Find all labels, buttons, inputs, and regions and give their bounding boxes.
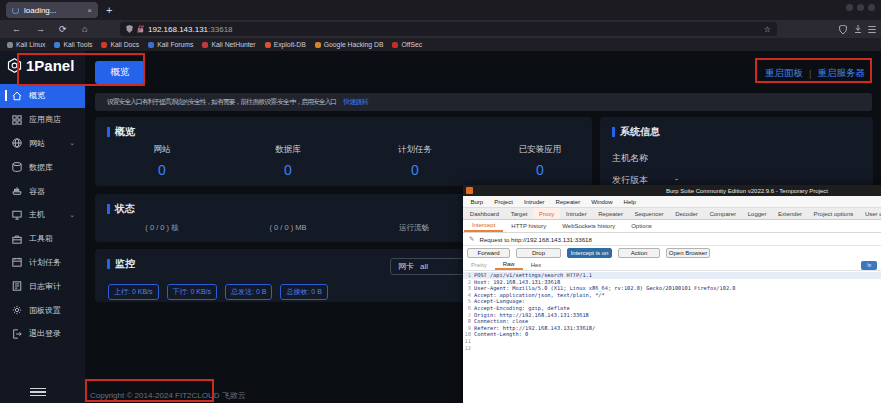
tab-proxy[interactable]: Proxy (533, 208, 560, 219)
tab-logger[interactable]: Logger (742, 208, 772, 219)
bookmark-kali-forums[interactable]: Kali Forums (148, 41, 193, 48)
home-icon[interactable]: ⌂ (82, 24, 87, 34)
forward-icon[interactable]: → (36, 24, 45, 34)
bookmark-star-icon[interactable]: ☆ (764, 25, 771, 34)
sidebar-item-overview[interactable]: 概览 (0, 84, 85, 108)
sidebar-item-appstore[interactable]: 应用商店 (0, 108, 85, 132)
new-tab-button[interactable]: + (106, 4, 112, 16)
window-controls[interactable] (846, 4, 875, 11)
view-hex[interactable]: Hex (523, 259, 550, 270)
open-browser-button[interactable]: Open Browser (666, 248, 710, 258)
shield-icon[interactable] (126, 25, 133, 33)
tab-comparer[interactable]: Comparer (704, 208, 742, 219)
lock-insecure-icon[interactable] (137, 25, 144, 33)
tag-download[interactable]: 下行: 0 KB/s (167, 284, 218, 300)
notice-link[interactable]: 快速跳转 (343, 97, 368, 107)
menu-intruder[interactable]: Intruder (518, 199, 550, 205)
bookmark-icon (315, 42, 321, 48)
bookmark-kali-nethunter[interactable]: Kali NetHunter (202, 41, 255, 48)
burp-action-buttons: Forward Drop Intercept is on Action Open… (463, 246, 881, 259)
tab-repeater[interactable]: Repeater (592, 208, 628, 219)
sidebar-item-database[interactable]: 数据库 (0, 155, 85, 179)
stat-value[interactable]: 0 (495, 162, 585, 178)
sidebar-item-host[interactable]: 主机 ⌄ (0, 203, 85, 227)
tab-dashboard[interactable]: Dashboard (464, 208, 505, 219)
tab-intruder[interactable]: Intruder (560, 208, 592, 219)
tag-upload[interactable]: 上行: 0 KB/s (108, 284, 159, 300)
chevron-down-icon: ⌄ (69, 139, 75, 147)
status-memory: ( 0 / 0 ) MB (233, 223, 343, 232)
sidebar-item-logout[interactable]: 退出登录 (0, 322, 85, 346)
menu-repeater[interactable]: Repeater (550, 199, 586, 205)
stat-value[interactable]: 0 (117, 162, 207, 178)
sidebar-item-settings[interactable]: 面板设置 (0, 298, 85, 322)
tab-loading-spinner-icon (12, 7, 19, 14)
sysinfo-release-value: - (675, 174, 678, 184)
menu-window[interactable]: Window (586, 199, 618, 205)
url-bar[interactable]: 192.168.143.131 :33618 ☆ (120, 22, 777, 36)
burp-title-bar[interactable]: Burp Suite Community Edition v2022.9.6 -… (463, 185, 881, 196)
nic-select[interactable]: 网卡 all (390, 258, 465, 275)
stat-database: 数据库0 (243, 117, 333, 178)
subtab-websockets-history[interactable]: WebSockets history (554, 220, 623, 232)
tab-target[interactable]: Target (505, 208, 533, 219)
menu-burp[interactable]: Burp (465, 199, 489, 205)
subtab-intercept[interactable]: Intercept (464, 220, 503, 232)
forward-button[interactable]: Forward (467, 248, 510, 258)
tab-close-icon[interactable]: × (87, 6, 92, 15)
chevron-down-icon: ⌄ (69, 211, 75, 219)
menu-help[interactable]: Help (618, 199, 641, 205)
download-icon[interactable] (854, 25, 862, 34)
show-nonprintable-toggle[interactable]: \n (861, 261, 877, 270)
bookmark-icon (54, 42, 60, 48)
burp-request-editor[interactable]: 1POST /api/v1/settings/search HTTP/1.1 2… (463, 271, 881, 351)
reload-icon[interactable]: ⟳ (59, 24, 67, 34)
drop-button[interactable]: Drop (516, 248, 561, 258)
subtab-options[interactable]: Options (623, 220, 660, 232)
sidebar-item-website[interactable]: 网站 ⌄ (0, 132, 85, 156)
bookmark-offsec[interactable]: OffSec (392, 41, 422, 48)
intercept-toggle-button[interactable]: Intercept is on (567, 248, 612, 258)
browser-tab[interactable]: loading... × (6, 2, 98, 18)
database-icon (12, 162, 22, 172)
stat-value[interactable]: 0 (370, 162, 460, 178)
status-cpu: ( 0 / 0 ) 核 (107, 223, 217, 233)
bookmarks-bar: Kali Linux Kali Tools Kali Docs Kali For… (0, 38, 881, 51)
container-icon (12, 186, 22, 196)
subtab-http-history[interactable]: HTTP history (503, 220, 554, 232)
sidebar: 1Panel 概览 应用商店 网站 ⌄ 数据库 容器 (0, 51, 85, 403)
sidebar-item-toolbox[interactable]: 工具箱 (0, 227, 85, 251)
account-shield-icon[interactable] (839, 25, 847, 34)
menu-project[interactable]: Project (489, 199, 519, 205)
menu-icon[interactable] (868, 25, 876, 34)
bookmark-kali-docs[interactable]: Kali Docs (101, 41, 139, 48)
back-icon[interactable]: ← (12, 24, 21, 34)
tab-extender[interactable]: Extender (772, 208, 808, 219)
view-raw[interactable]: Raw (495, 259, 523, 270)
overview-card: 概览 网站0 数据库0 计划任务0 已安装应用0 (95, 117, 592, 186)
sidebar-item-logs[interactable]: 日志审计 (0, 274, 85, 298)
view-pretty[interactable]: Pretty (463, 259, 495, 270)
tab-sequencer[interactable]: Sequencer (629, 208, 670, 219)
home-icon (12, 91, 22, 101)
tab-user-options[interactable]: User options (859, 208, 881, 219)
tag-sent[interactable]: 总发送: 0 B (225, 284, 272, 300)
bookmark-google-hacking-db[interactable]: Google Hacking DB (315, 41, 384, 48)
schedule-icon (12, 257, 22, 267)
sidebar-item-container[interactable]: 容器 (0, 179, 85, 203)
collapse-sidebar-icon[interactable] (30, 386, 46, 399)
action-button[interactable]: Action (618, 248, 660, 258)
stat-value[interactable]: 0 (243, 162, 333, 178)
bookmark-exploit-db[interactable]: Exploit-DB (265, 41, 306, 48)
bookmark-kali-linux[interactable]: Kali Linux (7, 41, 45, 48)
tab-decoder[interactable]: Decoder (669, 208, 703, 219)
tab-project-options[interactable]: Project options (808, 208, 859, 219)
burp-app-icon (466, 187, 473, 194)
browser-tab-bar: loading... × + (0, 0, 881, 20)
bookmark-kali-tools[interactable]: Kali Tools (54, 41, 92, 48)
bookmark-icon (148, 42, 154, 48)
bookmark-icon (265, 42, 271, 48)
tag-received[interactable]: 总接收: 0 B (280, 284, 327, 300)
annotation-box-logo (17, 53, 145, 86)
sidebar-item-cron[interactable]: 计划任务 (0, 251, 85, 275)
